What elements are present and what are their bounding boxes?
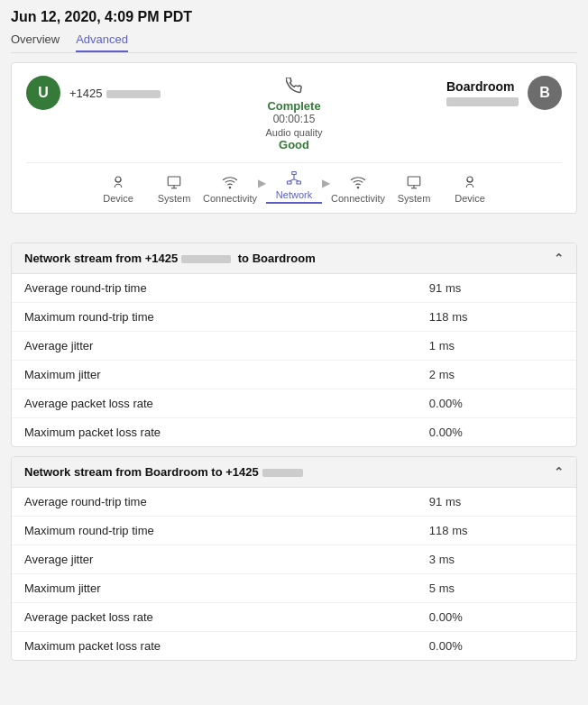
icon-connectivity-left-label: Connectivity bbox=[203, 193, 257, 204]
icon-connectivity-right[interactable]: Connectivity bbox=[330, 174, 386, 204]
cursor-area bbox=[11, 223, 577, 243]
svg-rect-1 bbox=[168, 177, 180, 186]
participant-right: Boardroom B bbox=[348, 76, 562, 110]
table-row: Maximum round-trip time 118 ms bbox=[12, 303, 576, 332]
audio-quality-label: Audio quality bbox=[266, 127, 323, 138]
row-value: 91 ms bbox=[417, 274, 576, 303]
svg-point-4 bbox=[229, 187, 231, 188]
row-value: 91 ms bbox=[417, 488, 576, 517]
row-value: 0.00% bbox=[417, 418, 576, 447]
row-label: Average jitter bbox=[12, 332, 417, 361]
table-row: Average jitter 3 ms bbox=[12, 545, 576, 574]
table-row: Average packet loss rate 0.00% bbox=[12, 603, 576, 632]
tab-overview[interactable]: Overview bbox=[11, 32, 60, 52]
table-row: Average round-trip time 91 ms bbox=[12, 488, 576, 517]
call-status: Complete bbox=[267, 99, 320, 113]
network-stream-1-title: Network stream from +1425 to Boardroom bbox=[24, 252, 316, 265]
stream-2-collapse[interactable]: ⌃ bbox=[554, 465, 564, 479]
row-label: Maximum round-trip time bbox=[12, 517, 417, 545]
participant-right-name: Boardroom bbox=[446, 79, 519, 94]
row-label: Maximum round-trip time bbox=[12, 303, 417, 332]
page-wrapper: Jun 12, 2020, 4:09 PM PDT Overview Advan… bbox=[0, 0, 588, 705]
network-stream-2: Network stream from Boardroom to +1425 ⌃… bbox=[11, 456, 577, 661]
row-label: Maximum packet loss rate bbox=[12, 632, 417, 661]
table-row: Maximum round-trip time 118 ms bbox=[12, 517, 576, 545]
arrow-right-icon-2: ▶ bbox=[322, 177, 330, 189]
icon-device-right[interactable]: Device bbox=[442, 174, 498, 204]
icon-connectivity-right-label: Connectivity bbox=[331, 193, 385, 204]
row-label: Average packet loss rate bbox=[12, 389, 417, 418]
stream-2-table: Average round-trip time 91 ms Maximum ro… bbox=[12, 488, 576, 660]
phone-icon bbox=[286, 78, 302, 97]
row-value: 2 ms bbox=[417, 361, 576, 389]
audio-quality-value: Good bbox=[279, 138, 309, 151]
call-duration: 00:00:15 bbox=[273, 113, 316, 125]
table-row: Maximum packet loss rate 0.00% bbox=[12, 632, 576, 661]
svg-rect-6 bbox=[288, 181, 292, 184]
network-stream-1-header: Network stream from +1425 to Boardroom ⌃ bbox=[12, 243, 576, 274]
table-row: Average packet loss rate 0.00% bbox=[12, 389, 576, 418]
row-label: Maximum packet loss rate bbox=[12, 418, 417, 447]
tab-advanced[interactable]: Advanced bbox=[76, 32, 128, 52]
table-row: Maximum packet loss rate 0.00% bbox=[12, 418, 576, 447]
row-label: Maximum jitter bbox=[12, 574, 417, 603]
arrow-right-icon: ▶ bbox=[258, 177, 266, 189]
tabs: Overview Advanced bbox=[11, 32, 577, 53]
svg-rect-7 bbox=[297, 181, 301, 184]
participant-left: U +1425 bbox=[26, 76, 240, 110]
row-value: 3 ms bbox=[417, 545, 576, 574]
stream-1-table: Average round-trip time 91 ms Maximum ro… bbox=[12, 274, 576, 446]
row-label: Average jitter bbox=[12, 545, 417, 574]
icon-device-right-label: Device bbox=[455, 193, 485, 204]
participant-right-sub bbox=[446, 97, 519, 106]
avatar-left: U bbox=[26, 76, 60, 110]
svg-point-11 bbox=[357, 187, 359, 188]
avatar-right: B bbox=[528, 76, 562, 110]
icon-network-label: Network bbox=[276, 189, 312, 200]
participant-right-info: Boardroom bbox=[446, 79, 519, 106]
svg-line-9 bbox=[289, 179, 294, 181]
network-stream-2-title: Network stream from Boardroom to +1425 bbox=[24, 465, 303, 479]
icon-device-left[interactable]: Device bbox=[90, 174, 146, 204]
row-value: 0.00% bbox=[417, 389, 576, 418]
row-value: 118 ms bbox=[417, 517, 576, 545]
table-row: Average round-trip time 91 ms bbox=[12, 274, 576, 303]
icon-system-left[interactable]: System bbox=[146, 174, 202, 204]
row-value: 118 ms bbox=[417, 303, 576, 332]
icon-connectivity-left[interactable]: Connectivity bbox=[202, 174, 258, 204]
call-center: Complete 00:00:15 Audio quality Good bbox=[240, 76, 348, 151]
svg-rect-5 bbox=[292, 172, 297, 175]
participant-left-number: +1425 bbox=[69, 87, 161, 100]
icon-system-right[interactable]: System bbox=[386, 174, 442, 204]
icon-device-left-label: Device bbox=[103, 193, 133, 204]
icons-row: Device System Connectivity ▶ bbox=[26, 162, 562, 204]
row-value: 0.00% bbox=[417, 603, 576, 632]
page-title: Jun 12, 2020, 4:09 PM PDT bbox=[11, 9, 577, 25]
table-row: Maximum jitter 2 ms bbox=[12, 361, 576, 389]
svg-rect-12 bbox=[408, 177, 420, 186]
network-stream-1: Network stream from +1425 to Boardroom ⌃… bbox=[11, 243, 577, 447]
call-card: U +1425 Complete 00:00:15 Audio quality … bbox=[11, 62, 577, 214]
row-label: Maximum jitter bbox=[12, 361, 417, 389]
icon-system-right-label: System bbox=[398, 193, 431, 204]
stream-1-collapse[interactable]: ⌃ bbox=[554, 252, 564, 265]
call-participants: U +1425 Complete 00:00:15 Audio quality … bbox=[26, 76, 562, 151]
row-label: Average packet loss rate bbox=[12, 603, 417, 632]
table-row: Average jitter 1 ms bbox=[12, 332, 576, 361]
row-value: 5 ms bbox=[417, 574, 576, 603]
row-label: Average round-trip time bbox=[12, 274, 417, 303]
table-row: Maximum jitter 5 ms bbox=[12, 574, 576, 603]
icon-network[interactable]: Network bbox=[266, 170, 322, 204]
icon-system-left-label: System bbox=[158, 193, 191, 204]
row-value: 1 ms bbox=[417, 332, 576, 361]
row-label: Average round-trip time bbox=[12, 488, 417, 517]
svg-line-10 bbox=[294, 179, 299, 181]
row-value: 0.00% bbox=[417, 632, 576, 661]
network-stream-2-header: Network stream from Boardroom to +1425 ⌃ bbox=[12, 457, 576, 488]
